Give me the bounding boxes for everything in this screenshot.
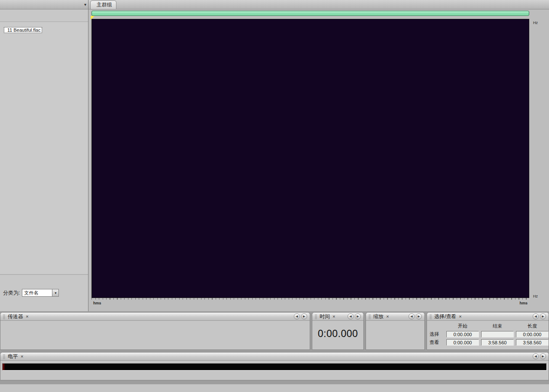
spectral-display[interactable] (92, 19, 529, 298)
panel-next-button[interactable]: ▶ (540, 313, 546, 319)
panel-grip (3, 354, 5, 359)
sort-value: 文件名 (24, 290, 38, 296)
zoom-close-button[interactable]: × (386, 314, 389, 319)
panel-title: 时间 (320, 313, 330, 320)
tab-main-group-label: 主群组 (97, 1, 112, 9)
tab-main-group[interactable]: 主群组 (90, 0, 116, 9)
panel-title: 选择/查看 (434, 313, 456, 320)
sort-row: 分类为: 文件名 ▼ (0, 287, 88, 298)
selection-start-field[interactable]: 0:00.000 (446, 331, 479, 337)
panel-prev-button[interactable]: ◀ (533, 353, 539, 359)
dropdown-arrow-icon[interactable]: ▼ (52, 289, 58, 296)
panel-grip (369, 314, 371, 319)
row-label-view: 查看 (430, 339, 444, 346)
sort-dropdown[interactable]: 文件名 ▼ (22, 289, 59, 297)
transport-buttons (0, 321, 310, 325)
level-meter[interactable] (2, 363, 547, 371)
column-header-end: 结束 (481, 323, 514, 329)
freq-unit-label: Hz (533, 294, 538, 298)
zoom-panel-header: 缩放 × ◀ ▶ (366, 313, 424, 321)
time-unit-label: hms (93, 301, 101, 305)
panel-prev-button[interactable]: ◀ (348, 313, 354, 319)
files-panel: ▾ 11 Beautiful.flac 分类为: 文件名 ▼ (0, 0, 88, 311)
selection-view-panel: 选择/查看 × ◀ ▶ 开始 结束 长度 选择 0:00.000 0:00.00… (427, 312, 549, 350)
panel-next-button[interactable]: ▶ (416, 313, 422, 319)
files-panel-tab-strip: ▾ (0, 0, 88, 9)
panel-grip (3, 314, 5, 319)
column-header-start: 开始 (446, 323, 479, 329)
freq-unit-label: Hz (533, 21, 538, 25)
overview-navigator[interactable] (92, 11, 529, 16)
selection-table: 开始 结束 长度 选择 0:00.000 0:00.000 查看 0:00.00… (427, 321, 549, 346)
files-toolbar (0, 10, 88, 22)
panel-title: 缩放 (373, 313, 384, 320)
panel-grip (315, 314, 317, 319)
zoom-panel: 缩放 × ◀ ▶ (366, 312, 425, 350)
zoom-buttons (366, 321, 424, 324)
time-panel-header: 时间 × ◀ ▶ (312, 313, 363, 321)
selection-end-field[interactable] (481, 331, 514, 337)
time-close-button[interactable]: × (332, 314, 335, 319)
main-group-tab-strip: 主群组 (88, 0, 549, 9)
transport-panel-header: 传送器 × ◀ ▶ (0, 313, 310, 321)
panel-grip (430, 314, 432, 319)
panel-next-button[interactable]: ▶ (355, 313, 361, 319)
transport-panel: 传送器 × ◀ ▶ (0, 312, 310, 350)
sort-label: 分类为: (3, 289, 20, 297)
preview-controls (0, 274, 88, 286)
main-group-panel: 主群组 Hz Hz hms hms (88, 0, 549, 311)
column-header-length: 长度 (516, 323, 549, 329)
level-meter-fill (3, 364, 5, 370)
time-ruler[interactable]: hms hms (92, 298, 529, 307)
status-bar (0, 384, 549, 392)
row-label-selection: 选择 (430, 331, 444, 337)
transport-close-button[interactable]: × (26, 314, 28, 319)
file-item[interactable]: 11 Beautiful.flac (4, 27, 42, 33)
view-start-field[interactable]: 0:00.000 (446, 339, 479, 346)
view-toggles (0, 299, 88, 310)
panel-prev-button[interactable]: ◀ (409, 313, 415, 319)
spectrogram-canvas[interactable] (92, 19, 529, 298)
panel-prev-button[interactable]: ◀ (294, 313, 300, 319)
view-end-field[interactable]: 3:58.560 (481, 339, 514, 346)
time-panel: 时间 × ◀ ▶ 0:00.000 (312, 312, 364, 350)
panel-prev-button[interactable]: ◀ (533, 313, 539, 319)
time-display: 0:00.000 (312, 328, 363, 340)
selection-close-button[interactable]: × (459, 314, 461, 319)
time-unit-label: hms (519, 301, 528, 305)
panel-next-button[interactable]: ▶ (540, 353, 546, 359)
panel-title: 传送器 (8, 313, 23, 320)
selection-panel-header: 选择/查看 × ◀ ▶ (427, 313, 549, 321)
levels-panel-header: 电平 × ◀ ▶ (0, 352, 549, 361)
levels-close-button[interactable]: × (21, 354, 23, 359)
view-length-field[interactable]: 3:58.560 (516, 339, 549, 346)
file-list[interactable]: 11 Beautiful.flac (0, 22, 88, 273)
file-name: 11 Beautiful.flac (7, 27, 40, 33)
selection-length-field[interactable]: 0:00.000 (516, 331, 549, 337)
frequency-ruler[interactable]: Hz Hz (529, 19, 549, 299)
panel-title: 电平 (8, 353, 18, 360)
panel-menu-icon[interactable]: ▾ (84, 2, 86, 7)
panel-next-button[interactable]: ▶ (301, 313, 307, 319)
levels-panel: 电平 × ◀ ▶ (0, 352, 549, 380)
